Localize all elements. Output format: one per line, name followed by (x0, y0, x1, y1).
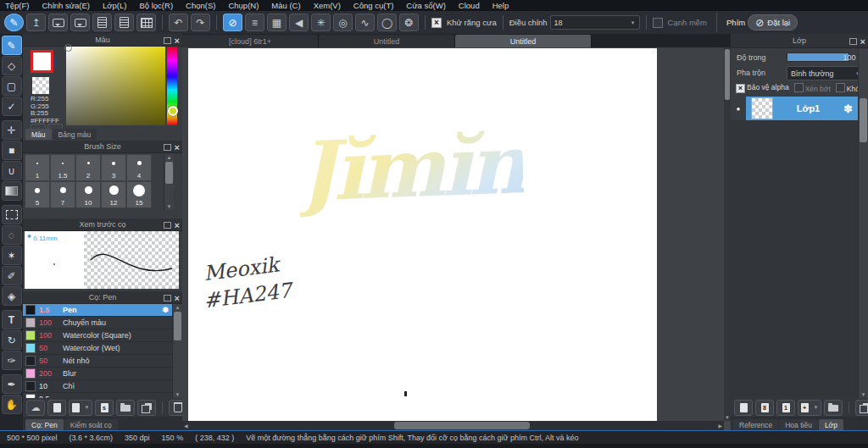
gear-icon[interactable]: ✽ (162, 306, 169, 314)
menu-filter[interactable]: Bộ lọc(R) (139, 1, 173, 10)
popout-icon[interactable] (164, 222, 171, 229)
brush-size-cell[interactable]: 1 (25, 154, 50, 181)
add-brush-button[interactable] (47, 400, 66, 416)
canvas-viewport[interactable]: Jĭmĭn Meoxik #HA247 (182, 47, 724, 421)
clipping-option[interactable]: Xén bớt (794, 83, 831, 93)
close-icon[interactable]: × (175, 143, 180, 152)
popout-icon[interactable] (849, 38, 857, 45)
menu-view[interactable]: Xem(V) (314, 1, 341, 10)
snap-crosshatch-button[interactable]: ▦ (267, 14, 287, 31)
brush-edit-tool[interactable]: ✑ (2, 351, 22, 370)
layer-folder-button[interactable] (824, 400, 843, 416)
brush-size-cell[interactable]: 7 (50, 181, 75, 208)
menu-select[interactable]: Chọn(S) (186, 1, 215, 10)
publish-button[interactable]: ↥ (26, 14, 46, 31)
brush-size-scrollbar[interactable]: ▲ ▼ (164, 154, 174, 210)
scroll-down-icon[interactable]: ▼ (859, 392, 868, 397)
tab-navigator[interactable]: Hoa tiêu (779, 419, 818, 430)
scrollbar-thumb[interactable] (725, 49, 730, 100)
menu-edit[interactable]: Chỉnh sửa(E) (42, 1, 91, 10)
tab-layers[interactable]: Lớp (819, 419, 843, 430)
opacity-slider[interactable] (787, 53, 849, 62)
layer-gear-icon[interactable]: ✽ (843, 102, 853, 115)
text-tool[interactable]: T (2, 310, 22, 329)
document-tab-untitled-2[interactable]: Untitled (455, 35, 592, 47)
snap-settings-button[interactable]: ❂ (399, 14, 419, 31)
brush-size-cell[interactable]: 4 (126, 154, 152, 181)
brush-tool[interactable]: ✎ (2, 36, 22, 55)
redo-button[interactable]: ↷ (191, 14, 210, 31)
close-icon[interactable]: × (175, 294, 180, 302)
fill-rect-tool[interactable]: ■ (2, 141, 22, 160)
scrollbar-thumb[interactable] (394, 422, 530, 429)
polyline-tool[interactable]: ✓ (2, 97, 22, 116)
edit-brush-button[interactable]: s (95, 400, 114, 416)
transparent-color-swatch[interactable] (32, 77, 49, 94)
brush-cloud-upload-button[interactable]: ☁ (26, 400, 45, 416)
sv-selector[interactable] (64, 44, 72, 52)
snap-parallel-button[interactable]: ≡ (245, 14, 264, 31)
comment-list-button[interactable] (70, 14, 90, 31)
close-icon[interactable]: × (175, 36, 180, 45)
menu-tools[interactable]: Công cụ(T) (353, 1, 394, 10)
brush-row[interactable]: 100 Chuyển màu (23, 317, 172, 329)
popout-icon[interactable] (164, 37, 171, 44)
brush-list-scrollbar[interactable]: ▲ ▼ (172, 304, 182, 398)
tab-palette[interactable]: Bảng màu (53, 129, 97, 140)
snap-curve-button[interactable]: ∿ (355, 14, 375, 31)
clipping-checkbox[interactable] (794, 83, 804, 92)
snap-off-button[interactable]: ⊘ (223, 14, 242, 31)
menu-snap[interactable]: Chụp(N) (228, 1, 259, 10)
snap-radial-button[interactable]: ✳ (311, 14, 331, 31)
document-button[interactable] (92, 14, 112, 31)
brush-folder-button[interactable] (116, 400, 135, 416)
reset-button[interactable]: ⊘ Đặt lại (748, 14, 798, 30)
magic-wand-tool[interactable]: ✶ (2, 246, 22, 265)
hand-tool[interactable]: ✋ (2, 395, 22, 414)
brush-size-cell[interactable]: 10 (75, 181, 101, 208)
menu-color[interactable]: Màu (C) (271, 1, 300, 10)
canvas-settings-button[interactable] (136, 14, 156, 31)
scroll-down-icon[interactable]: ▼ (164, 204, 174, 209)
brush-row-pen[interactable]: 1.5 Pen ✽ (23, 304, 172, 317)
brush-row[interactable]: 50 Watercolor (Wet) (23, 342, 172, 355)
brush-size-cell[interactable]: 1.5 (50, 154, 75, 181)
tab-reference[interactable]: Reference (733, 419, 778, 430)
brush-row[interactable]: 10 Chì (23, 380, 172, 393)
snap-concentric-button[interactable]: ◎ (333, 14, 353, 31)
menu-window[interactable]: Cửa sổ(W) (406, 1, 445, 10)
shape-brush-tool[interactable]: ▢ (2, 76, 22, 96)
select-eraser-tool[interactable]: ◈ (2, 286, 22, 306)
hue-selector[interactable] (168, 106, 178, 116)
canvas-horizontal-scrollbar[interactable]: ◀ ▶ (182, 421, 724, 430)
add-brush-menu-button[interactable]: ▼ (69, 400, 92, 416)
bucket-tool[interactable]: ∪ (2, 161, 22, 180)
brush-row[interactable]: 50 Nét nhỏ (23, 355, 172, 368)
scrollbar-thumb[interactable] (174, 312, 181, 340)
cloud-save-button[interactable]: ✎ (4, 14, 24, 31)
layers-scrollbar[interactable]: ▼ (858, 49, 868, 398)
tab-brush[interactable]: Cọ: Pen (25, 419, 64, 430)
canvas[interactable]: Jĭmĭn Meoxik #HA247 (188, 48, 657, 421)
select-rect-tool[interactable] (2, 205, 22, 224)
move-tool[interactable]: ✛ (2, 120, 22, 140)
brush-size-cell[interactable]: 3 (101, 154, 126, 181)
brush-row[interactable]: 200 Blur (23, 368, 172, 380)
snap-vanishing-button[interactable]: ◀ (289, 14, 309, 31)
scroll-right-icon[interactable]: ▶ (718, 423, 722, 429)
menu-file[interactable]: Tệp(F) (5, 1, 30, 10)
menu-help[interactable]: Help (492, 1, 509, 10)
lock-checkbox[interactable] (836, 83, 845, 92)
add-8bit-layer-button[interactable]: 8 (755, 400, 774, 416)
tab-brush-control[interactable]: Kiểm soát cọ (64, 419, 118, 430)
brush-size-cell[interactable]: 5 (25, 181, 50, 208)
snap-ellipse-button[interactable]: ◯ (377, 14, 397, 31)
saturation-value-picker[interactable] (66, 47, 165, 125)
comment-button[interactable] (48, 14, 68, 31)
scroll-left-icon[interactable]: ◀ (184, 423, 188, 429)
soft-edge-checkbox[interactable] (653, 18, 663, 28)
blend-dropdown[interactable]: Bình thường ▼ (787, 66, 865, 80)
layer-list-empty[interactable] (731, 120, 858, 398)
popout-icon[interactable] (164, 295, 171, 301)
popout-icon[interactable] (164, 144, 171, 151)
